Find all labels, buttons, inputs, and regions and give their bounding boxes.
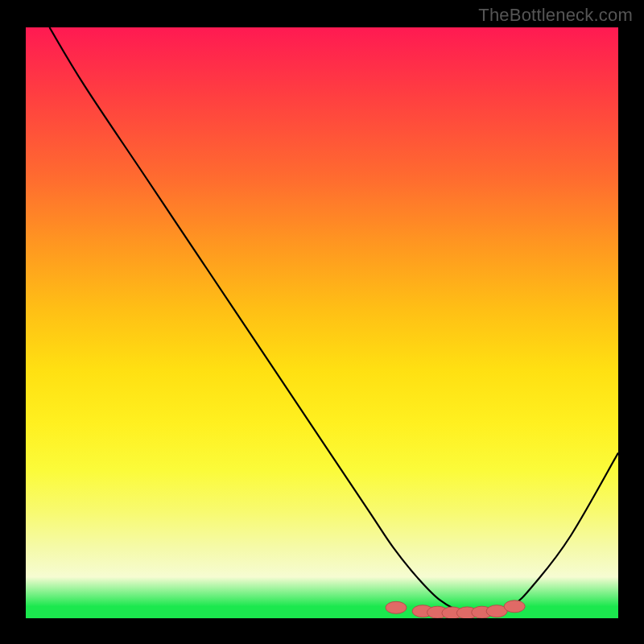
chart-gradient-background xyxy=(26,27,618,618)
chart-container: TheBottleneck.com xyxy=(0,0,644,644)
watermark-text: TheBottleneck.com xyxy=(478,5,633,26)
